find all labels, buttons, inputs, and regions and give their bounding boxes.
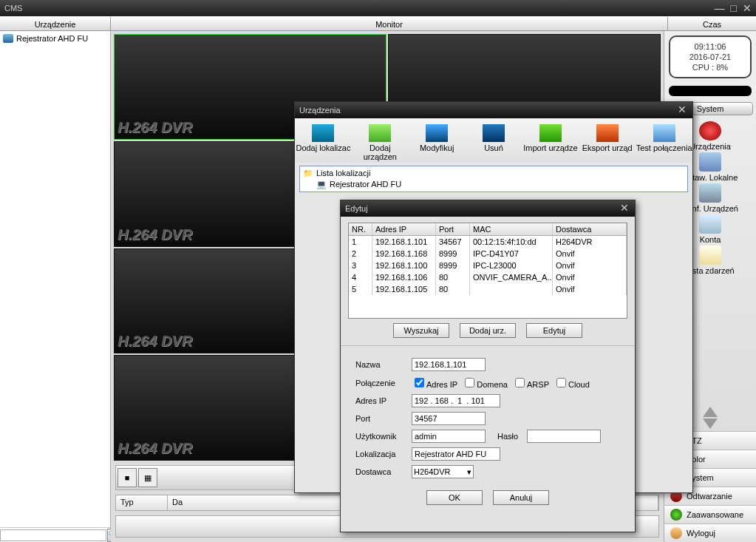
- import-button[interactable]: Import urządze: [522, 124, 579, 161]
- edit-dialog-title-bar[interactable]: Edytuj ✕: [341, 200, 635, 217]
- table-row[interactable]: 3192.168.1.1008999IPC-L23000Onvif: [349, 260, 627, 271]
- name-field[interactable]: [412, 358, 486, 371]
- address-field[interactable]: [412, 394, 500, 407]
- search-button[interactable]: Wyszukaj: [393, 323, 449, 338]
- close-icon[interactable]: ✕: [676, 104, 688, 116]
- edit-button[interactable]: Edytuj: [526, 323, 582, 338]
- name-label: Nazwa: [355, 360, 412, 369]
- col-vendor[interactable]: Dostawca: [553, 223, 627, 235]
- sys-accounts[interactable]: Konta: [699, 214, 721, 244]
- tab-advanced[interactable]: Zaawansowane: [664, 505, 756, 524]
- left-panel: Rejestrator AHD FU 🔍 ↻: [0, 31, 111, 542]
- list-item[interactable]: 💻 Rejestrator AHD FU: [316, 179, 684, 190]
- up-arrow-icon[interactable]: [703, 407, 718, 417]
- cancel-button[interactable]: Anuluj: [493, 490, 549, 505]
- vendor-label: Dostawca: [355, 467, 412, 476]
- col-ip[interactable]: Adres IP: [372, 223, 436, 235]
- password-field[interactable]: [527, 430, 601, 443]
- port-field[interactable]: [412, 412, 486, 425]
- col-mac[interactable]: MAC: [470, 223, 553, 235]
- view-single-button[interactable]: ■: [118, 468, 137, 487]
- clock-cpu: CPU : 8%: [672, 62, 749, 72]
- add-device-btn[interactable]: Dodaj urz.: [460, 323, 516, 338]
- edit-form: Nazwa Połączenie Adres IP Domena ARSP Cl…: [341, 350, 635, 486]
- close-icon[interactable]: ✕: [743, 2, 752, 14]
- down-arrow-icon[interactable]: [703, 419, 718, 429]
- folder-icon: 📁: [303, 168, 313, 179]
- section-device: Urządzenie: [0, 17, 111, 30]
- devices-dialog-title: Urządzenia: [299, 106, 341, 115]
- edit-dialog: Edytuj ✕ NR. Adres IP Port MAC Dostawca …: [340, 200, 636, 532]
- table-row[interactable]: 1192.168.1.1013456700:12:15:4f:10:ddH264…: [349, 236, 627, 248]
- pass-label: Hasło: [497, 432, 527, 441]
- title-bar: CMS — □ ✕: [0, 0, 756, 16]
- search-input[interactable]: [0, 529, 106, 541]
- location-list: 📁 Lista lokalizacji 💻 Rejestrator AHD FU: [299, 166, 688, 192]
- port-label: Port: [355, 414, 412, 423]
- user-field[interactable]: [412, 430, 486, 443]
- tab-logout[interactable]: Wyloguj: [664, 524, 756, 542]
- section-monitor: Monitor: [111, 17, 667, 30]
- sys-devices[interactable]: Urządzenia: [689, 121, 731, 151]
- modify-button[interactable]: Modyfikuj: [409, 124, 466, 161]
- chevron-down-icon: ▾: [467, 467, 471, 477]
- search-row: 🔍 ↻: [0, 527, 110, 542]
- col-nr[interactable]: NR.: [349, 223, 372, 235]
- device-table: NR. Adres IP Port MAC Dostawca 1192.168.…: [348, 223, 627, 319]
- conn-cloud-check[interactable]: Cloud: [554, 376, 590, 390]
- test-connection-button[interactable]: Test połączenia: [636, 124, 692, 161]
- tree-root[interactable]: Rejestrator AHD FU: [3, 34, 107, 43]
- conn-ip-check[interactable]: Adres IP: [412, 376, 457, 390]
- user-label: Użytkownik: [355, 432, 412, 441]
- section-row: Urządzenie Monitor Czas: [0, 16, 756, 31]
- devices-toolbar: Dodaj lokalizac Dodaj urządzen Modyfikuj…: [295, 118, 692, 163]
- view-quad-button[interactable]: ▦: [138, 468, 157, 487]
- connection-label: Połączenie: [355, 379, 412, 387]
- sys-events[interactable]: Lista zdarzeń: [686, 245, 734, 275]
- add-location-button[interactable]: Dodaj lokalizac: [295, 124, 352, 161]
- recorder-icon: 💻: [316, 179, 327, 190]
- conn-domain-check[interactable]: Domena: [462, 376, 508, 390]
- clock-date: 2016-07-21: [672, 52, 749, 62]
- minimize-icon[interactable]: —: [715, 2, 725, 14]
- confirm-buttons: OK Anuluj: [341, 490, 635, 505]
- address-label: Adres IP: [355, 396, 412, 405]
- close-icon[interactable]: ✕: [619, 203, 630, 214]
- center-panel: H.264 DVR H.264 DVR H.264 DVR H.264 DVR …: [111, 31, 664, 542]
- status-bar: [669, 86, 752, 96]
- typ-header: Typ: [116, 495, 168, 510]
- ok-button[interactable]: OK: [426, 490, 483, 505]
- clock-time: 09:11:06: [672, 41, 749, 52]
- recorder-icon: [3, 34, 13, 43]
- export-button[interactable]: Eksport urząd: [579, 124, 636, 161]
- clock-box: 09:11:06 2016-07-21 CPU : 8%: [669, 35, 752, 78]
- app-title: CMS: [4, 4, 22, 13]
- search-buttons: Wyszukaj Dodaj urz. Edytuj: [341, 323, 635, 338]
- vendor-select[interactable]: H264DVR ▾: [412, 465, 474, 478]
- conn-arsp-check[interactable]: ARSP: [512, 376, 549, 390]
- add-device-button[interactable]: Dodaj urządzen: [352, 124, 409, 161]
- table-header: NR. Adres IP Port MAC Dostawca: [349, 223, 627, 236]
- edit-dialog-title: Edytuj: [345, 204, 368, 213]
- list-header-row[interactable]: 📁 Lista lokalizacji: [303, 168, 684, 179]
- table-row[interactable]: 4192.168.1.10680ONVIF_CAMERA_A...Onvif: [349, 271, 627, 283]
- location-field: [412, 447, 500, 461]
- col-port[interactable]: Port: [436, 223, 470, 235]
- table-row[interactable]: 2192.168.1.1688999IPC-D41Y07Onvif: [349, 248, 627, 260]
- delete-button[interactable]: Usuń: [466, 124, 522, 161]
- device-tree: Rejestrator AHD FU: [0, 31, 110, 527]
- section-time: Czas: [667, 17, 756, 30]
- location-label: Lokalizacja: [355, 450, 412, 458]
- maximize-icon[interactable]: □: [731, 2, 737, 14]
- tree-root-label: Rejestrator AHD FU: [16, 34, 88, 43]
- devices-dialog-title-bar[interactable]: Urządzenia ✕: [295, 102, 692, 118]
- table-row[interactable]: 5192.168.1.10580Onvif: [349, 283, 627, 295]
